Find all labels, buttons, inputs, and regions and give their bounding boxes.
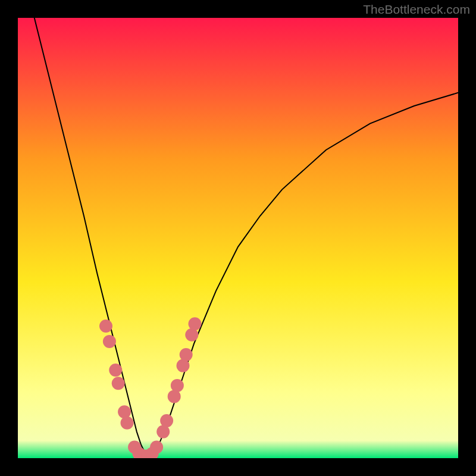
highlight-dot [177, 359, 190, 372]
watermark-text: TheBottleneck.com [363, 2, 470, 17]
highlight-dot [109, 364, 122, 377]
highlight-dot [160, 414, 173, 427]
highlight-dot [150, 441, 163, 454]
highlight-dot [99, 320, 112, 333]
highlight-dot [103, 335, 116, 348]
highlight-dot [118, 405, 131, 418]
highlight-dot [180, 348, 193, 361]
highlight-dots-group [99, 317, 201, 458]
highlight-dot [188, 317, 201, 330]
bottleneck-curve-line [18, 18, 458, 454]
highlight-dot [112, 377, 125, 390]
chart-plot [18, 18, 458, 458]
chart-container [18, 18, 458, 458]
highlight-dot [121, 416, 134, 430]
highlight-dot [185, 328, 198, 342]
highlight-dot [171, 379, 184, 392]
highlight-dot [168, 390, 181, 403]
